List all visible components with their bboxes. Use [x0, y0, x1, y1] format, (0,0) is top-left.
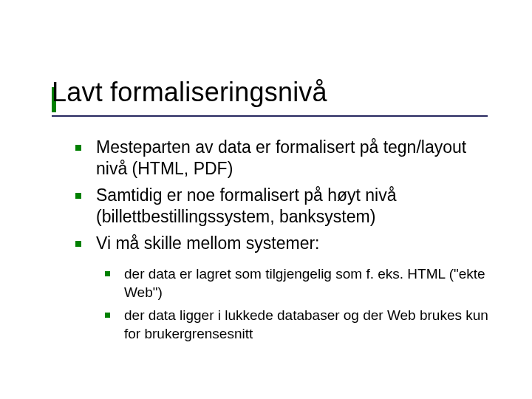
bullet-text: Samtidig er noe formalisert på høyt nivå…: [96, 185, 397, 226]
slide-body: Mesteparten av data er formalisert på te…: [71, 137, 495, 348]
bullet-text: Mesteparten av data er formalisert på te…: [96, 137, 466, 178]
list-item: Samtidig er noe formalisert på høyt nivå…: [71, 185, 495, 228]
slide-title: Lavt formaliseringsnivå: [52, 77, 502, 108]
list-item: der data ligger i lukkede databaser og d…: [102, 306, 495, 343]
list-item: der data er lagret som tilgjengelig som …: [102, 265, 495, 301]
list-item: Vi må skille mellom systemer: der data e…: [71, 233, 495, 344]
bullet-text: der data ligger i lukkede databaser og d…: [124, 307, 488, 341]
sub-bullet-list: der data er lagret som tilgjengelig som …: [102, 265, 495, 343]
bullet-list: Mesteparten av data er formalisert på te…: [71, 137, 495, 344]
slide: Lavt formaliseringsnivå Mesteparten av d…: [0, 0, 532, 399]
bullet-text: der data er lagret som tilgjengelig som …: [124, 266, 485, 300]
list-item: Mesteparten av data er formalisert på te…: [71, 137, 495, 180]
title-container: Lavt formaliseringsnivå: [52, 77, 502, 108]
bullet-text: Vi må skille mellom systemer:: [96, 233, 319, 253]
title-underline: [52, 115, 488, 117]
